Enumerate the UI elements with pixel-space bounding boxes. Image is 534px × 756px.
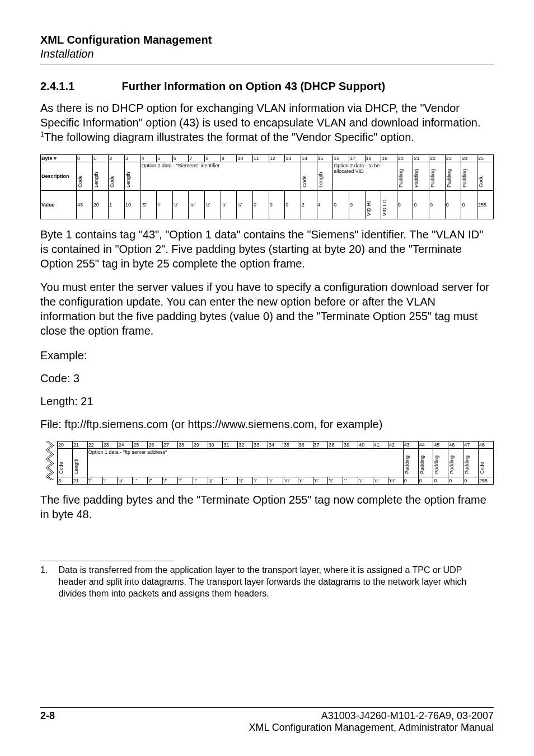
footnote-separator — [40, 561, 175, 561]
table-1-value-row: Value 43 20 1 10 'S' 'i' 'e' 'm' 'e' 'n'… — [41, 191, 494, 219]
paragraph-1b: The following diagram illustrates the fo… — [44, 131, 414, 143]
footer-doc-title: XML Configuration Management, Administra… — [40, 722, 494, 734]
header-separator — [40, 64, 494, 64]
footer-page-number: 2-8 — [40, 710, 55, 722]
table-2: 20 21 22 23 24 25 26 27 28 29 30 31 32 3… — [40, 441, 494, 485]
header-subtitle: Installation — [40, 48, 494, 60]
table-1-desc-label: Description — [41, 162, 77, 191]
example-block: Example: Code: 3 Length: 21 File: ftp://… — [40, 347, 494, 433]
paragraph-1a: As there is no DHCP option for exchangin… — [40, 102, 480, 129]
paragraph-3: You must enter the server values if you … — [40, 280, 494, 338]
table-1: Byte # 0 1 2 3 4 5 6 7 8 9 10 11 12 13 1… — [40, 154, 494, 219]
table-1-value-label: Value — [41, 191, 77, 219]
table-1-option1-label: Option 1 data - "Siemens" identifier — [140, 162, 301, 191]
section-number: 2.4.1.1 — [40, 80, 119, 93]
table-1-byte-row: Byte # 0 1 2 3 4 5 6 7 8 9 10 11 12 13 1… — [41, 155, 494, 162]
table-2-option-label: Option 1 data - "ftp server address" — [87, 449, 403, 477]
zigzag-icon — [40, 441, 57, 480]
footnote: 1. Data is transferred from the applicat… — [40, 565, 494, 599]
footnote-number: 1. — [40, 565, 56, 576]
paragraph-4: The five padding bytes and the "Terminat… — [40, 492, 494, 522]
paragraph-1: As there is no DHCP option for exchangin… — [40, 101, 494, 144]
section-heading: 2.4.1.1 Further Information on Option 43… — [40, 80, 494, 93]
footnote-text: Data is transferred from the application… — [58, 565, 472, 599]
paragraph-2: Byte 1 contains tag "43", "Option 1 data… — [40, 227, 494, 271]
example-length: Length: 21 — [40, 393, 494, 410]
table-1-option2-label: Option 2 data - to be allocated VID — [333, 162, 397, 191]
section-title: Further Information on Option 43 (DHCP S… — [122, 80, 386, 92]
footnote-ref: 1 — [40, 130, 44, 138]
footer-doc-id: A31003-J4260-M101-2-76A9, 03-2007 — [40, 710, 494, 722]
example-label: Example: — [40, 347, 494, 364]
table-2-desc-row: Code Length Option 1 data - "ftp server … — [58, 449, 494, 477]
table-1-desc-row: Description Code Length Code Length Opti… — [41, 162, 494, 191]
example-file: File: ftp://ftp.siemens.com (or https://… — [40, 416, 494, 433]
page-footer: 2-8 A31003-J4260-M101-2-76A9, 03-2007 XM… — [40, 707, 494, 734]
header-title: XML Configuration Management — [40, 34, 494, 46]
table-2-byte-row: 20 21 22 23 24 25 26 27 28 29 30 31 32 3… — [58, 442, 494, 449]
page: XML Configuration Management Installatio… — [0, 0, 534, 756]
table-1-byte-label: Byte # — [41, 155, 77, 162]
example-code: Code: 3 — [40, 370, 494, 387]
table-2-value-row: 3 21 'f' 't' 'p' ':' '/' '/' 'f' 't' 'p'… — [58, 477, 494, 485]
